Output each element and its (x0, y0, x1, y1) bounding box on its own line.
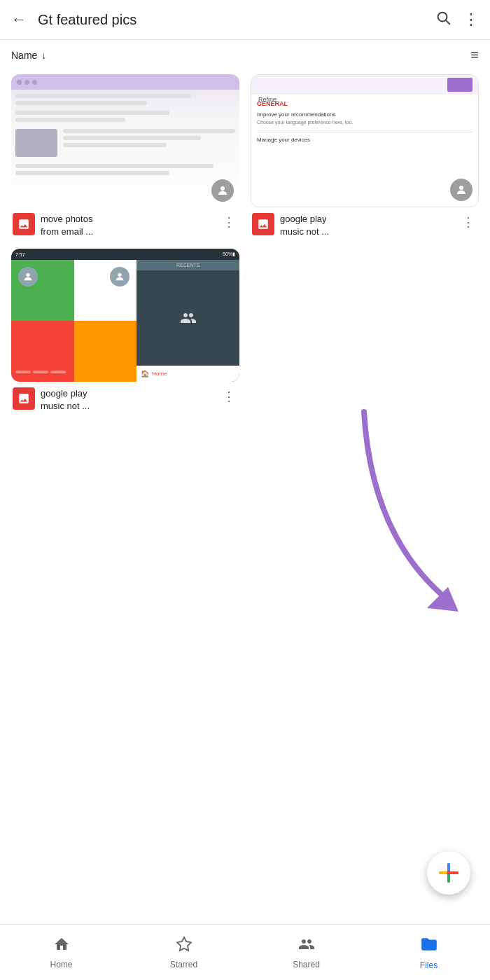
nav-label-shared: Shared (293, 960, 320, 969)
svg-rect-11 (439, 871, 447, 874)
file-thumbnail (11, 74, 239, 207)
file-name-wrap: google playmusic not ... (280, 213, 454, 237)
file-name: google playmusic not ... (41, 387, 214, 412)
file-name-wrap: move photosfrom email ... (41, 213, 214, 237)
svg-point-3 (459, 186, 463, 190)
file-type-icon (252, 213, 274, 235)
page-title: Gt featured pics (38, 12, 435, 28)
nav-item-home[interactable]: Home (0, 936, 122, 969)
svg-line-1 (446, 20, 449, 24)
file-thumbnail: 7:57 50%▮ (11, 249, 239, 382)
file-thumbnail: GENERAL Improve your recommendations Cho… (251, 74, 479, 207)
file-name: move photosfrom email ... (41, 213, 214, 237)
svg-marker-6 (427, 587, 458, 612)
bottom-nav: Home Starred Shared Files (0, 924, 490, 980)
sort-bar: Name ↓ ≡ (0, 40, 490, 69)
home-icon (53, 936, 70, 957)
arrow-annotation (343, 405, 469, 629)
main-content: move photosfrom email ... ⋮ GENERAL Impr… (0, 69, 490, 958)
file-menu-button[interactable]: ⋮ (459, 213, 477, 231)
sort-direction-icon: ↓ (41, 50, 46, 61)
file-info: google playmusic not ... ⋮ (251, 213, 479, 237)
nav-item-starred[interactable]: Starred (122, 936, 245, 969)
svg-point-4 (26, 273, 29, 277)
svg-rect-10 (447, 874, 450, 883)
file-type-icon (13, 213, 35, 235)
file-info: move photosfrom email ... ⋮ (11, 213, 239, 237)
nav-label-home: Home (50, 960, 72, 969)
sort-label[interactable]: Name ↓ (11, 50, 46, 61)
file-grid: move photosfrom email ... ⋮ GENERAL Impr… (0, 69, 490, 429)
star-icon (176, 936, 192, 957)
nav-item-shared[interactable]: Shared (245, 936, 368, 969)
search-icon[interactable] (435, 10, 451, 29)
svg-rect-12 (450, 871, 458, 874)
svg-point-5 (118, 273, 122, 277)
thumbnail-avatar (450, 179, 472, 201)
shared-icon (298, 936, 315, 957)
folder-icon (420, 935, 438, 958)
add-button[interactable] (427, 851, 470, 895)
file-card[interactable]: GENERAL Improve your recommendations Cho… (251, 74, 479, 237)
file-name: google playmusic not ... (280, 213, 454, 237)
nav-item-files[interactable]: Files (368, 935, 490, 970)
file-info: google playmusic not ... ⋮ (11, 387, 239, 412)
svg-rect-9 (447, 863, 450, 871)
file-name-wrap: google playmusic not ... (41, 387, 214, 412)
file-menu-button[interactable]: ⋮ (220, 213, 238, 231)
back-button[interactable]: ← (11, 12, 27, 27)
nav-label-files: Files (420, 960, 438, 970)
file-type-icon (13, 387, 35, 410)
file-card[interactable]: 7:57 50%▮ (11, 249, 239, 412)
header: ← Gt featured pics ⋮ (0, 0, 490, 40)
header-actions: ⋮ (435, 10, 479, 29)
file-menu-button[interactable]: ⋮ (220, 387, 238, 406)
view-toggle-icon[interactable]: ≡ (470, 47, 479, 63)
thumbnail-avatar (211, 179, 234, 202)
more-options-icon[interactable]: ⋮ (463, 11, 479, 29)
svg-point-2 (220, 186, 225, 191)
sort-name: Name (11, 50, 37, 61)
nav-label-starred: Starred (170, 960, 197, 969)
file-card[interactable]: move photosfrom email ... ⋮ (11, 74, 239, 237)
